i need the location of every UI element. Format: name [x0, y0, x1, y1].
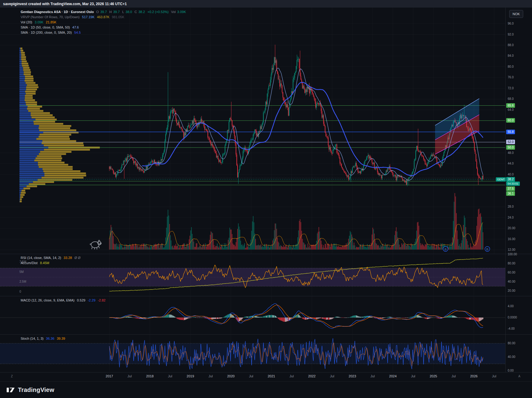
bottom-bar: TradingView	[0, 381, 532, 398]
pane-separator[interactable]	[0, 296, 532, 296]
price-tick-label: 12.00	[508, 248, 515, 251]
time-tick-label: 2017	[106, 374, 113, 378]
accum-scale-label: 5M	[19, 270, 24, 274]
pane-separator[interactable]	[0, 254, 532, 254]
macd-signal-value: -2.82	[98, 298, 105, 302]
sma50-legend-row[interactable]: SMA · 1D (50, close, 0, SMA, 50) 47.6	[21, 25, 187, 30]
stoch-scale-label: 40.00	[508, 355, 515, 359]
corner-letter-left[interactable]: Z	[11, 375, 13, 378]
time-tick-label: 2021	[268, 374, 275, 378]
sma200-legend-row[interactable]: SMA · 1D (200, close, 0, SMA, 20) 54.5	[21, 30, 187, 35]
price-level-label[interactable]: 60.0	[506, 118, 515, 123]
rsi-value: 33.28	[63, 256, 72, 260]
ticker-tag: GENT	[496, 177, 506, 182]
stoch-label: Stoch (14, 1, 3)	[21, 337, 43, 340]
price-tick-label: 88.0	[508, 43, 513, 47]
change-value: +0.2 (+0.53%)	[147, 10, 169, 14]
price-tick-label: 92.0	[508, 33, 513, 36]
stoch-scale-label: 80.00	[508, 342, 515, 345]
svg-text:D: D	[486, 248, 489, 251]
volume-legend-row[interactable]: Vol (20) 3.09K 21.85K	[21, 20, 187, 25]
stoch-scale-label: 0.00	[508, 369, 513, 372]
rsi-scale-label: 80.00	[508, 262, 515, 265]
price-tick-label: 64.0	[508, 108, 513, 111]
open-label: O	[96, 10, 99, 14]
macd-legend: MACD (12, 26, close, 9, EMA, EMA) 0.529 …	[21, 298, 107, 303]
stoch-legend-row[interactable]: Stoch (14, 1, 3) 36.36 39.39	[21, 336, 67, 341]
vrvp-up-volume: 517.19K	[82, 15, 94, 19]
time-tick-label: Jul	[492, 374, 496, 378]
high-label: H	[109, 10, 112, 14]
stoch-pane[interactable]	[0, 335, 505, 372]
rsi-scale-label: 40.00	[508, 280, 515, 283]
vol-label: Vol	[171, 10, 176, 14]
main-price-pane[interactable]: DD	[0, 8, 505, 254]
currency-button[interactable]: NOK	[509, 10, 523, 18]
price-level-label[interactable]: 36.1	[506, 191, 515, 196]
time-tick-label: 2025	[430, 374, 437, 378]
price-level-label[interactable]: 55.8	[506, 130, 515, 134]
price-tick-label: 76.0	[508, 76, 513, 79]
price-level-label[interactable]: 52.0	[506, 140, 515, 144]
vrvp-legend-row[interactable]: VRVP (Number Of Rows, 70, Up/Down) 517.1…	[21, 15, 187, 20]
macd-label: MACD (12, 26, close, 9, EMA, EMA)	[21, 298, 74, 302]
time-tick-label: Jul	[370, 374, 375, 378]
macd-line-value: -2.29	[88, 298, 95, 302]
price-tick-label: 20.00	[508, 226, 515, 230]
price-tick-label: 24.0	[508, 216, 513, 219]
price-tick-label: 40.0	[508, 173, 513, 176]
stoch-k-value: 36.36	[46, 337, 54, 340]
low-label: L	[122, 10, 124, 14]
time-tick-label: 2018	[146, 374, 153, 378]
main-legend: Gentian Diagnostics ASA · 1D · Euronext …	[21, 9, 187, 35]
price-level-label[interactable]: 65.6	[506, 103, 515, 108]
time-tick-label: Jul	[330, 374, 334, 378]
rsi-legend-row[interactable]: RSI (14, close, SMA, 14, 2) 33.28 Ø Ø	[21, 255, 82, 260]
tradingview-chart-app: savepiginvest created with TradingView.c…	[0, 0, 532, 398]
accum-scale-label: 0	[19, 290, 21, 293]
vrvp-total-volume: 981.05K	[112, 15, 124, 19]
price-tick-label: 16.00	[508, 237, 515, 241]
close-value: 38.2	[139, 10, 145, 14]
pane-separator[interactable]	[0, 334, 532, 335]
rsi-hidden-plots: Ø Ø	[74, 256, 81, 260]
last-price-label[interactable]: 38.2	[506, 177, 515, 182]
vol20-label: Vol (20)	[21, 20, 32, 24]
macd-scale-label: -4.00	[508, 327, 515, 330]
corner-letter-right[interactable]: A	[518, 375, 520, 378]
time-tick-label: Jul	[451, 374, 456, 378]
low-value: 38.0	[125, 10, 132, 14]
time-tick-label: 2020	[227, 374, 235, 378]
sma200-value: 54.5	[74, 31, 81, 34]
rsi-scale-label: 60.00	[508, 271, 515, 274]
time-tick-label: 2019	[187, 374, 194, 378]
price-axis-separator	[505, 8, 506, 372]
time-tick-label: 2022	[308, 374, 315, 378]
vol20-value: 3.09K	[35, 20, 43, 24]
time-tick-label: 2023	[349, 374, 356, 378]
time-tick-label: 2026	[470, 374, 477, 378]
accum-legend-row[interactable]: Accum/Dist 8.45M	[21, 260, 82, 266]
price-level-label[interactable]: 50.0	[506, 145, 515, 150]
tradingview-wordmark[interactable]: TradingView	[18, 386, 54, 393]
symbol-title[interactable]: Gentian Diagnostics ASA · 1D · Euronext …	[21, 10, 94, 14]
price-tick-label: 84.0	[508, 54, 513, 57]
macd-scale-label: 0.0000	[508, 316, 517, 319]
macd-legend-row[interactable]: MACD (12, 26, close, 9, EMA, EMA) 0.529 …	[21, 298, 107, 303]
vol20-ma-value: 21.85K	[46, 20, 57, 24]
price-tick-label: 72.0	[508, 87, 513, 90]
high-value: 39.7	[113, 10, 120, 14]
price-tick-label: 68.0	[508, 97, 513, 100]
time-tick-label: Jul	[290, 374, 294, 378]
rsi-scale-label: 20.00	[508, 289, 515, 292]
price-level-label[interactable]: 37.5	[506, 186, 515, 191]
credit-text: savepiginvest created with TradingView.c…	[3, 2, 127, 6]
accum-value: 8.45M	[40, 261, 50, 265]
sma200-label: SMA · 1D (200, close, 0, SMA, 20)	[21, 31, 72, 34]
time-tick-label: Jul	[208, 374, 213, 378]
tradingview-logo[interactable]	[7, 387, 15, 393]
price-tick-label: 44.0	[508, 162, 513, 165]
symbol-legend-row[interactable]: Gentian Diagnostics ASA · 1D · Euronext …	[21, 9, 187, 15]
stoch-d-value: 39.39	[57, 337, 65, 340]
price-tick-label: 48.0	[508, 151, 513, 155]
